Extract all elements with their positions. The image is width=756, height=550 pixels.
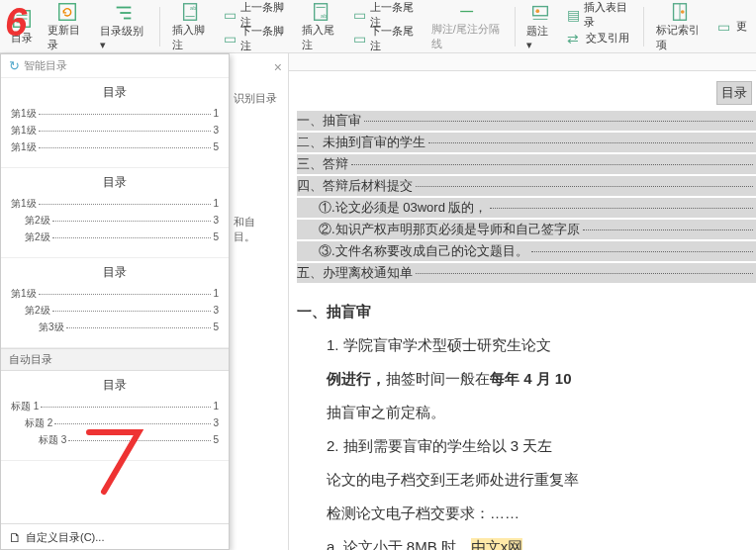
- caption-label: 题注 ▾: [526, 24, 554, 51]
- toc-entry[interactable]: ②.知识产权声明那页必须是导师和自己签字原: [297, 220, 756, 239]
- template-line: 标题 11: [11, 400, 219, 413]
- custom-toc-button[interactable]: 自定义目录(C)...: [1, 523, 229, 550]
- paragraph: 论文的电子档交到王老师处进行重复率: [297, 465, 756, 495]
- separator: [643, 7, 644, 46]
- level-icon: [112, 2, 136, 24]
- mark-index-label: 标记索引项: [656, 23, 705, 52]
- close-icon[interactable]: ×: [274, 59, 282, 75]
- insert-footnote-label: 插入脚注: [172, 23, 211, 52]
- cross-ref-button[interactable]: ⇄交叉引用: [564, 28, 635, 49]
- document-body[interactable]: 一、抽盲审 1. 学院盲审学术型硕士研究生论文 例进行，抽签时间一般在每年 4 …: [297, 297, 756, 550]
- template-line: 第1级5: [11, 140, 219, 154]
- endnote-nav: ▭上一条尾注 ▭下一条尾注: [350, 4, 422, 49]
- table-toc-icon: ▤: [567, 7, 581, 23]
- document-area: 目录 一、抽盲审二、未抽到盲审的学生三、答辩四、答辩后材料提交①.论文必须是 0…: [289, 53, 756, 550]
- index-icon: [668, 1, 692, 23]
- template-line: 第2级3: [11, 214, 219, 228]
- toc-template[interactable]: 目录第1级1第2级3第2级5: [1, 168, 229, 258]
- caption-button[interactable]: 题注 ▾: [522, 2, 558, 51]
- ruler: [289, 53, 756, 71]
- document-toc[interactable]: 一、抽盲审二、未抽到盲审的学生三、答辩四、答辩后材料提交①.论文必须是 03wo…: [297, 111, 756, 283]
- update-label: 更新目录: [47, 23, 86, 52]
- svg-text:ab: ab: [191, 5, 197, 11]
- svg-rect-14: [533, 6, 548, 15]
- paragraph: 检测论文电子档交要求：……: [297, 499, 756, 528]
- prev-footnote-button[interactable]: ▭上一条脚注: [221, 4, 292, 26]
- template-title: 目录: [11, 264, 219, 281]
- toc-entry[interactable]: 一、抽盲审: [297, 111, 756, 131]
- toc-level-button[interactable]: 目录级别 ▾: [96, 2, 151, 51]
- prev-footnote-icon: ▭: [224, 7, 237, 23]
- toc-title-field[interactable]: 目录: [716, 81, 752, 105]
- auto-toc-header: 自动目录: [1, 348, 229, 371]
- ribbon-toolbar: 目录 更新目录 目录级别 ▾ ab 插入脚注 ▭上一条脚注 ▭下一条脚注 ab …: [0, 0, 756, 53]
- template-line: 第1级1: [11, 197, 219, 211]
- insert-footnote-button[interactable]: ab 插入脚注: [168, 2, 215, 51]
- caption-icon: [528, 2, 552, 24]
- smart-toc-header: 智能目录: [1, 54, 229, 78]
- insert-endnote-button[interactable]: ab 插入尾注: [298, 2, 344, 51]
- toc-entry[interactable]: ①.论文必须是 03word 版的，: [297, 198, 756, 218]
- svg-point-15: [536, 9, 540, 13]
- svg-rect-4: [58, 3, 75, 20]
- next-endnote-button[interactable]: ▭下一条尾注: [350, 28, 422, 49]
- svg-point-18: [681, 10, 685, 14]
- next-endnote-icon: ▭: [353, 31, 367, 46]
- toc-entry[interactable]: 五、办理离校通知单: [297, 263, 756, 283]
- paragraph: 1. 学院盲审学术型硕士研究生论文: [297, 330, 756, 360]
- toc-entry[interactable]: 三、答辩: [297, 154, 756, 174]
- template-line: 第1级1: [11, 107, 219, 121]
- next-footnote-icon: ▭: [224, 31, 237, 46]
- endnote-icon: ab: [310, 1, 333, 23]
- caption-tools: ▤插入表目录 ⇄交叉引用: [564, 4, 635, 49]
- toc-entry[interactable]: ③.文件名称要改成自己的论文题目。: [297, 241, 756, 261]
- separator: [159, 7, 160, 46]
- paragraph: 2. 抽到需要盲审的学生给以 3 天左: [297, 431, 756, 461]
- side-panel-fragment: × 识别目录 和自 目。: [230, 53, 289, 550]
- section-heading: 一、抽盲审: [297, 297, 756, 326]
- template-line: 第2级5: [11, 230, 219, 244]
- annotation-6: 6: [5, 0, 27, 45]
- annotation-7-stroke: [84, 427, 143, 497]
- more-group: ▭更: [714, 16, 750, 38]
- prev-endnote-icon: ▭: [353, 7, 367, 23]
- template-title: 目录: [11, 174, 219, 191]
- insert-table-toc-button[interactable]: ▤插入表目录: [564, 4, 635, 26]
- separator: [515, 7, 516, 46]
- paragraph: a. 论文小于 8MB 时，由文x网: [297, 532, 756, 550]
- template-line: 第3级5: [11, 321, 219, 334]
- more-button[interactable]: ▭更: [714, 16, 750, 38]
- separator-line-button: ─ 脚注/尾注分隔线: [427, 2, 507, 51]
- update-toc-button[interactable]: 更新目录: [44, 2, 90, 51]
- paragraph: 抽盲审之前定稿。: [297, 398, 756, 427]
- template-title: 目录: [11, 377, 219, 394]
- level-label: 目录级别 ▾: [100, 24, 147, 51]
- update-icon: [55, 1, 79, 23]
- toc-template[interactable]: 目录第1级1第2级3第3级5: [1, 258, 229, 348]
- separator-label: 脚注/尾注分隔线: [431, 22, 503, 51]
- svg-text:ab: ab: [321, 12, 327, 18]
- prev-endnote-button[interactable]: ▭上一条尾注: [350, 4, 422, 26]
- footnote-icon: ab: [179, 1, 203, 23]
- toc-entry[interactable]: 二、未抽到盲审的学生: [297, 133, 756, 152]
- insert-endnote-label: 插入尾注: [302, 23, 340, 52]
- footnote-nav: ▭上一条脚注 ▭下一条脚注: [221, 4, 292, 49]
- more-icon: ▭: [717, 19, 733, 35]
- next-footnote-button[interactable]: ▭下一条脚注: [221, 28, 292, 49]
- paragraph: 例进行，抽签时间一般在每年 4 月 10: [297, 364, 756, 394]
- mark-index-button[interactable]: 标记索引项: [652, 2, 709, 51]
- toc-entry[interactable]: 四、答辩后材料提交: [297, 176, 756, 196]
- cross-ref-icon: ⇄: [567, 31, 583, 46]
- separator-icon: ─: [455, 1, 479, 22]
- page-content[interactable]: 目录 一、抽盲审二、未抽到盲审的学生三、答辩四、答辩后材料提交①.论文必须是 0…: [289, 71, 756, 550]
- template-line: 第2级3: [11, 304, 219, 318]
- template-title: 目录: [11, 84, 219, 101]
- template-line: 第1级3: [11, 124, 219, 138]
- toc-template[interactable]: 目录第1级1第1级3第1级5: [1, 78, 229, 168]
- template-line: 第1级1: [11, 287, 219, 301]
